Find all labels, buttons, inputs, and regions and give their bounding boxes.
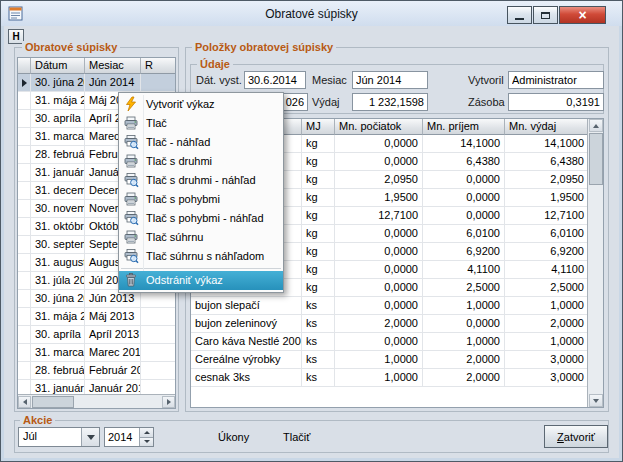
row-indicator-cell xyxy=(18,290,31,308)
menu-item[interactable]: Odstrániť výkaz xyxy=(119,271,283,290)
menu-item[interactable]: Tlač s pohybmi xyxy=(119,190,283,209)
vydaj-column-header[interactable]: Mn. výdaj xyxy=(505,119,587,135)
items-table-row[interactable]: bujon zeleninovýks2,00000,00002,0000 xyxy=(191,315,587,333)
nazov-cell: Caro káva Nestlé 200g xyxy=(191,333,302,351)
vydaj-cell: 14,1000 xyxy=(505,135,587,153)
prijem-cell: 2,0000 xyxy=(423,369,505,387)
prijem-cell: 0,0000 xyxy=(423,171,505,189)
mj-cell: kg xyxy=(302,261,335,279)
vydaj-cell: 1,0000 xyxy=(505,333,587,351)
left-table-row[interactable]: 31. marca 2013Marec 2013 xyxy=(18,344,175,362)
left-table-row[interactable]: 30. apríla 2013Apríl 2013 xyxy=(18,326,175,344)
row-indicator-arrow-icon xyxy=(22,79,27,87)
mesiac-column-header[interactable]: Mesiac xyxy=(85,58,141,74)
vytvoril-field[interactable] xyxy=(508,71,604,89)
tlacit-button[interactable]: Tlačiť xyxy=(283,431,310,443)
prijem-column-header[interactable]: Mn. príjem xyxy=(423,119,505,135)
chevron-down-icon xyxy=(144,440,150,443)
scroll-down-button[interactable] xyxy=(589,394,603,407)
year-spinner-value[interactable] xyxy=(105,428,139,446)
left-table-row[interactable]: 28. februára 2013Február 2013 xyxy=(18,362,175,380)
vydaj-cell: 2,5000 xyxy=(505,279,587,297)
dat-vyst-field[interactable] xyxy=(244,71,306,89)
spin-up-button[interactable] xyxy=(140,428,153,438)
prijem-cell: 2,5000 xyxy=(423,279,505,297)
menu-item[interactable]: Tlač - náhľad xyxy=(119,133,283,152)
pociatok-cell: 0,0000 xyxy=(335,243,423,261)
menu-item[interactable]: Tlač s druhmi - náhľad xyxy=(119,171,283,190)
items-table-row[interactable]: Cereálne výrobkyks1,00002,00003,0000 xyxy=(191,351,587,369)
mesiac-field[interactable] xyxy=(352,71,428,89)
vydaj-cell: 6,4380 xyxy=(505,153,587,171)
mj-column-header[interactable]: MJ xyxy=(302,119,335,135)
mesiac-cell: Január 2013 xyxy=(85,380,141,394)
month-combobox[interactable]: Júl xyxy=(18,427,100,447)
scroll-right-button[interactable] xyxy=(162,396,175,408)
print-preview-icon xyxy=(123,172,139,188)
combobox-dropdown-button[interactable] xyxy=(81,428,99,446)
vydaj-field[interactable] xyxy=(352,93,428,111)
scroll-up-button[interactable] xyxy=(589,119,603,132)
menu-item-label: Tlač s pohybmi xyxy=(146,193,220,205)
pociatok-column-header[interactable]: Mn. počiatok xyxy=(335,119,423,135)
menu-item[interactable]: Vytvoriť výkaz xyxy=(119,95,283,114)
datum-column-header[interactable]: Dátum xyxy=(31,58,85,74)
row-indicator-cell xyxy=(18,164,31,182)
menu-item[interactable]: Tlač s druhmi xyxy=(119,152,283,171)
vertical-scrollbar[interactable] xyxy=(587,119,603,407)
extra-column-header[interactable]: R xyxy=(141,58,175,74)
print-icon xyxy=(123,191,139,207)
prijem-cell: 6,4380 xyxy=(423,153,505,171)
extra-cell xyxy=(141,326,175,344)
row-indicator-cell xyxy=(18,74,31,92)
zasoba-label: Zásoba xyxy=(468,96,505,108)
left-table-row[interactable]: 31. januára 2013Január 2013 xyxy=(18,380,175,394)
row-indicator-cell xyxy=(18,146,31,164)
row-indicator-cell xyxy=(18,92,31,110)
vydaj-cell: 1,0000 xyxy=(505,297,587,315)
vydaj-cell: 3,0000 xyxy=(505,369,587,387)
application-window: Obratové súpisky × H Obratové súpisky Po… xyxy=(0,0,623,462)
vytvoril-label: Vytvoril xyxy=(468,74,504,86)
left-table-row[interactable]: 30. júna 2014Jún 2014 xyxy=(18,74,175,92)
mesiac-cell: Február 2013 xyxy=(85,362,141,380)
datum-cell: 31. marca 2013 xyxy=(31,344,85,362)
months-table-header: DátumMesiacR xyxy=(18,58,175,74)
left-table-row[interactable]: 31. mája 2013Máj 2013 xyxy=(18,308,175,326)
ukony-button[interactable]: Úkony xyxy=(218,431,249,443)
nazov-cell: bujon zeleninový xyxy=(191,315,302,333)
scroll-left-button[interactable] xyxy=(18,396,31,408)
row-indicator-cell xyxy=(18,110,31,128)
scrollbar-thumb[interactable] xyxy=(589,133,603,185)
title-bar[interactable]: Obratové súpisky × xyxy=(1,1,622,26)
zatvorit-button[interactable]: Zatvoriť xyxy=(544,425,608,448)
datum-cell: 30. septembra 2013 xyxy=(31,236,85,254)
row-indicator-cell xyxy=(18,326,31,344)
mj-cell: kg xyxy=(302,207,335,225)
vydaj-cell: 12,7100 xyxy=(505,207,587,225)
chevron-down-icon xyxy=(593,399,599,403)
maximize-button[interactable] xyxy=(533,6,558,24)
print-icon xyxy=(123,115,139,131)
mj-cell: kg xyxy=(302,225,335,243)
minimize-button[interactable] xyxy=(507,6,532,24)
mj-cell: kg xyxy=(302,279,335,297)
spin-down-button[interactable] xyxy=(140,438,153,447)
items-table-row[interactable]: bujon slepačíks0,00001,00001,0000 xyxy=(191,297,587,315)
scrollbar-thumb[interactable] xyxy=(32,396,74,408)
datum-cell: 31. mája 2014 xyxy=(31,92,85,110)
menu-item[interactable]: Tlač súhrnu xyxy=(119,228,283,247)
menu-item[interactable]: Tlač súhrnu s náhľadom xyxy=(119,247,283,266)
horizontal-scrollbar[interactable] xyxy=(18,394,175,408)
items-table-row[interactable]: Caro káva Nestlé 200gks0,00001,00001,000… xyxy=(191,333,587,351)
mesiac-cell: Marec 2013 xyxy=(85,344,141,362)
zasoba-field[interactable] xyxy=(508,93,604,111)
mesiac-label: Mesiac xyxy=(312,74,347,86)
year-spinner[interactable] xyxy=(104,427,154,447)
indicator-column-header[interactable] xyxy=(18,58,31,74)
menu-item[interactable]: Tlač s pohybmi - náhľad xyxy=(119,209,283,228)
close-button[interactable]: × xyxy=(559,6,606,24)
udaje-groupbox-title: Údaje xyxy=(197,58,233,70)
menu-item[interactable]: Tlač xyxy=(119,114,283,133)
items-table-row[interactable]: cesnak 3ksks1,00002,00003,0000 xyxy=(191,369,587,387)
